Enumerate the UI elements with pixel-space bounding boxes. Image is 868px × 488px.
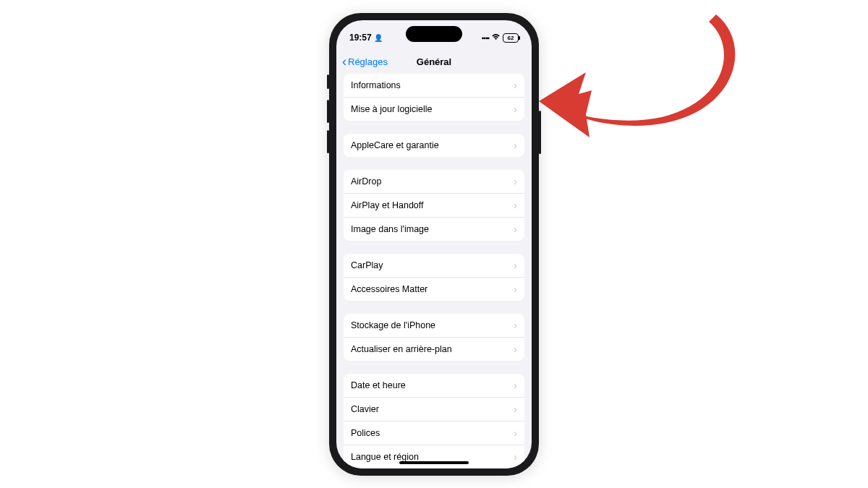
row-label: Stockage de l'iPhone [351,320,435,330]
row-date-time[interactable]: Date et heure› [344,374,524,398]
dynamic-island [406,26,462,42]
chevron-right-icon: › [514,260,517,271]
home-indicator[interactable] [399,461,469,464]
silence-switch [327,74,329,89]
settings-group: Informations›Mise à jour logicielle› [344,74,524,121]
row-pip[interactable]: Image dans l'image› [344,218,524,241]
settings-group: Date et heure›Clavier›Polices›Langue et … [344,374,524,468]
row-label: CarPlay [351,260,383,270]
annotation-arrow-icon [535,7,752,174]
chevron-right-icon: › [514,427,517,439]
chevron-right-icon: › [514,343,517,355]
settings-group: AppleCare et garantie› [344,134,524,157]
row-label: AirPlay et Handoff [351,200,424,210]
chevron-right-icon: › [514,283,517,295]
chevron-right-icon: › [514,140,517,151]
row-storage[interactable]: Stockage de l'iPhone› [344,314,524,338]
row-label: Image dans l'image [351,224,429,234]
row-label: Clavier [351,404,379,414]
row-matter[interactable]: Accessoires Matter› [344,278,524,301]
screen: 19:57 👤 ▪▪▪▪ 62 ‹ Réglages Général Infor… [336,20,532,468]
row-label: Mise à jour logicielle [351,104,433,114]
row-applecare[interactable]: AppleCare et garantie› [344,134,524,157]
row-label: AppleCare et garantie [351,140,439,150]
row-background-refresh[interactable]: Actualiser en arrière-plan› [344,338,524,361]
row-carplay[interactable]: CarPlay› [344,254,524,278]
row-software-update[interactable]: Mise à jour logicielle› [344,98,524,121]
row-label: Langue et région [351,452,419,462]
row-label: Informations [351,80,401,90]
row-label: AirDrop [351,176,381,187]
row-language[interactable]: Langue et région› [344,445,524,468]
chevron-right-icon: › [514,176,517,187]
row-airdrop[interactable]: AirDrop› [344,170,524,194]
chevron-right-icon: › [514,451,517,463]
profile-icon: 👤 [374,34,383,42]
chevron-right-icon: › [514,403,517,415]
row-fonts[interactable]: Polices› [344,421,524,445]
page-title: Général [417,56,451,67]
cellular-icon: ▪▪▪▪ [482,34,489,42]
settings-content[interactable]: Informations›Mise à jour logicielle›Appl… [336,74,532,468]
chevron-left-icon: ‹ [342,55,346,68]
status-time: 19:57 [349,33,372,43]
chevron-right-icon: › [514,80,517,91]
row-label: Actualiser en arrière-plan [351,344,452,354]
battery-icon: 62 [503,33,519,43]
back-button[interactable]: ‹ Réglages [342,55,388,68]
volume-up-button [327,100,329,123]
settings-group: CarPlay›Accessoires Matter› [344,254,524,301]
chevron-right-icon: › [514,223,517,235]
wifi-icon [491,33,501,42]
chevron-right-icon: › [514,320,517,331]
row-informations[interactable]: Informations› [344,74,524,98]
row-label: Accessoires Matter [351,284,427,294]
chevron-right-icon: › [514,380,517,391]
volume-down-button [327,130,329,153]
phone-frame: 19:57 👤 ▪▪▪▪ 62 ‹ Réglages Général Infor… [329,13,539,476]
chevron-right-icon: › [514,200,517,211]
row-label: Polices [351,428,380,438]
row-keyboard[interactable]: Clavier› [344,398,524,421]
chevron-right-icon: › [514,103,517,115]
settings-group: AirDrop›AirPlay et Handoff›Image dans l'… [344,170,524,241]
row-label: Date et heure [351,380,406,390]
nav-bar: ‹ Réglages Général [336,49,532,74]
settings-group: Stockage de l'iPhone›Actualiser en arriè… [344,314,524,361]
power-button [539,111,541,154]
row-airplay[interactable]: AirPlay et Handoff› [344,194,524,218]
back-label: Réglages [348,56,388,67]
